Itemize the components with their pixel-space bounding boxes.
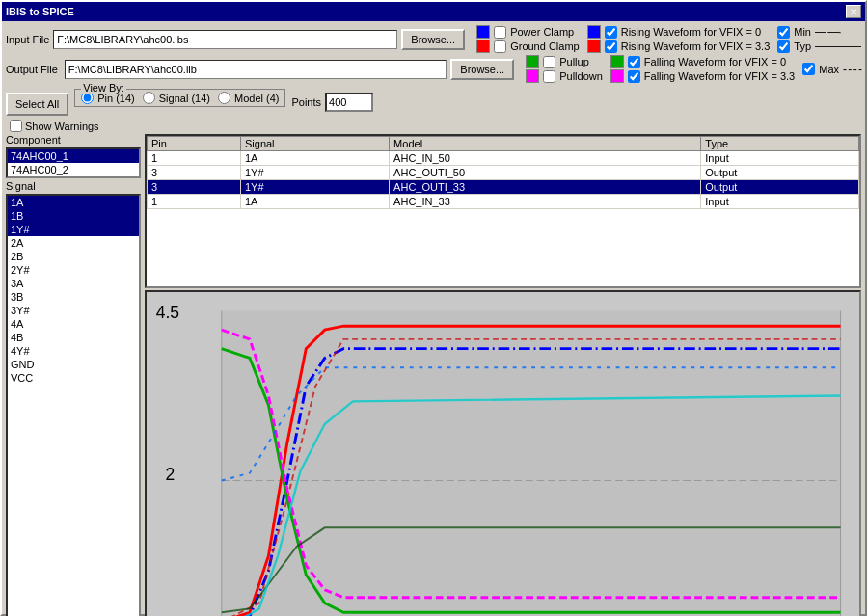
- show-warnings-checkbox[interactable]: [10, 120, 22, 132]
- legend-col1-top: Power Clamp Ground Clamp: [476, 25, 580, 53]
- signal-item-4[interactable]: 2B: [8, 250, 139, 263]
- falling-0-color: [610, 55, 624, 68]
- cell-pin-3: 1: [148, 195, 241, 209]
- rising-33-color: [587, 40, 601, 53]
- output-file-field[interactable]: [65, 60, 447, 79]
- model-radio-group[interactable]: Model (4): [218, 92, 279, 104]
- legend-power-clamp: Power Clamp: [476, 25, 580, 39]
- legend-rising-0: Rising Waveform for VFIX = 0: [587, 25, 771, 39]
- cell-pin-1: 3: [148, 166, 241, 180]
- typ-checkbox[interactable]: [777, 40, 790, 53]
- cell-type-0: Input: [701, 151, 859, 166]
- table-row[interactable]: 3 1Y# AHC_OUTI_33 Output: [148, 180, 859, 195]
- input-file-field[interactable]: [53, 30, 397, 49]
- chart-area: 4.5 2 -500m 0 5n 10n: [145, 290, 861, 616]
- table-row[interactable]: 1 1A AHC_IN_50 Input: [148, 151, 859, 166]
- pulldown-color: [526, 69, 539, 83]
- component-item-0[interactable]: 74AHC00_1: [8, 149, 139, 163]
- signal-item-3[interactable]: 2A: [8, 236, 139, 250]
- col-signal: Signal: [240, 137, 389, 151]
- pulldown-label: Pulldown: [559, 70, 603, 82]
- table-container[interactable]: Pin Signal Model Type 1 1A AHC_IN_50: [145, 134, 861, 288]
- signal-radio-group[interactable]: Signal (14): [143, 92, 210, 104]
- falling-33-label: Falling Waveform for VFIX = 3.3: [644, 70, 795, 82]
- content-area: Input File Browse... Power Clamp Ground …: [2, 21, 865, 616]
- controls-row: Select All View By: Pin (14) Signal (14)…: [6, 85, 861, 116]
- signal-item-13[interactable]: VCC: [8, 371, 139, 385]
- min-line: — —·: [815, 25, 841, 39]
- rising-0-checkbox[interactable]: [605, 26, 617, 39]
- legend-col2-top: Rising Waveform for VFIX = 0 Rising Wave…: [587, 25, 771, 53]
- output-browse-button[interactable]: Browse...: [450, 59, 514, 80]
- typ-row: Typ ————: [777, 40, 861, 53]
- cell-signal-2: 1Y#: [240, 180, 389, 195]
- close-icon[interactable]: ✕: [846, 5, 861, 18]
- max-checkbox[interactable]: [802, 63, 815, 75]
- legend-rising-33: Rising Waveform for VFIX = 3.3: [587, 40, 771, 53]
- cell-signal-0: 1A: [240, 151, 389, 166]
- component-list[interactable]: 74AHC00_1 74AHC00_2: [6, 147, 141, 178]
- middle-section: Component 74AHC00_1 74AHC00_2 Signal 1A …: [6, 134, 861, 616]
- signal-item-1[interactable]: 1B: [8, 209, 139, 223]
- pullup-checkbox[interactable]: [543, 56, 555, 68]
- view-by-group: View By: Pin (14) Signal (14) Model (4): [74, 89, 285, 107]
- input-file-row: Input File Browse... Power Clamp Ground …: [6, 25, 861, 53]
- max-line: - - - -: [843, 63, 861, 76]
- signal-item-8[interactable]: 3Y#: [8, 304, 139, 317]
- title-bar: IBIS to SPICE ✕: [2, 2, 865, 21]
- signal-item-5[interactable]: 2Y#: [8, 263, 139, 277]
- signal-list[interactable]: 1A 1B 1Y# 2A 2B 2Y# 3A 3B 3Y# 4A 4B 4Y# …: [6, 194, 141, 616]
- table-row[interactable]: 1 1A AHC_IN_33 Input: [148, 195, 859, 209]
- signal-item-12[interactable]: GND: [8, 358, 139, 371]
- col-model: Model: [390, 137, 701, 151]
- signal-item-11[interactable]: 4Y#: [8, 344, 139, 358]
- typ-line: ————: [815, 40, 861, 53]
- pulldown-checkbox[interactable]: [543, 70, 555, 83]
- legend-falling-33: Falling Waveform for VFIX = 3.3: [610, 69, 795, 83]
- signal-item-9[interactable]: 4A: [8, 317, 139, 331]
- model-radio[interactable]: [218, 92, 230, 104]
- legend-col2-bottom: Falling Waveform for VFIX = 0 Falling Wa…: [610, 55, 795, 83]
- center-panel: Pin Signal Model Type 1 1A AHC_IN_50: [145, 134, 861, 616]
- max-label: Max: [819, 64, 839, 75]
- main-window: IBIS to SPICE ✕ Input File Browse... Pow…: [0, 0, 867, 616]
- signal-radio[interactable]: [143, 92, 155, 104]
- typ-label: Typ: [794, 40, 811, 52]
- legend-pulldown: Pulldown: [526, 69, 603, 83]
- rising-33-checkbox[interactable]: [605, 40, 617, 53]
- power-clamp-color: [476, 25, 490, 39]
- select-all-button[interactable]: Select All: [6, 93, 68, 116]
- legend-pullup: Pullup: [526, 55, 603, 68]
- cell-type-2: Output: [701, 180, 859, 195]
- cell-model-1: AHC_OUTI_50: [390, 166, 701, 180]
- falling-33-checkbox[interactable]: [628, 70, 640, 83]
- min-checkbox[interactable]: [777, 26, 790, 39]
- signal-item-2[interactable]: 1Y#: [8, 223, 139, 236]
- output-file-label: Output File: [6, 64, 58, 75]
- falling-0-label: Falling Waveform for VFIX = 0: [644, 56, 786, 67]
- signal-item-6[interactable]: 3A: [8, 277, 139, 290]
- rising-0-color: [587, 25, 601, 39]
- svg-rect-1: [222, 311, 841, 616]
- cell-signal-1: 1Y#: [240, 166, 389, 180]
- table-row[interactable]: 3 1Y# AHC_OUTI_50 Output: [148, 166, 859, 180]
- ground-clamp-checkbox[interactable]: [494, 40, 506, 53]
- cell-model-3: AHC_IN_33: [390, 195, 701, 209]
- col-pin: Pin: [148, 137, 241, 151]
- ground-clamp-color: [476, 40, 490, 53]
- points-input[interactable]: [325, 93, 373, 112]
- points-row: Points: [291, 93, 373, 112]
- show-warnings-label: Show Warnings: [25, 121, 99, 132]
- legend-col1-bottom: Pullup Pulldown: [526, 55, 603, 83]
- power-clamp-checkbox[interactable]: [494, 26, 506, 39]
- min-row: Min — —·: [777, 25, 861, 39]
- signal-item-10[interactable]: 4B: [8, 331, 139, 344]
- signal-item-7[interactable]: 3B: [8, 290, 139, 304]
- col-type: Type: [701, 137, 859, 151]
- points-label: Points: [291, 96, 321, 108]
- falling-0-checkbox[interactable]: [628, 56, 640, 68]
- signal-item-0[interactable]: 1A: [8, 196, 139, 209]
- input-browse-button[interactable]: Browse...: [401, 29, 465, 50]
- component-item-1[interactable]: 74AHC00_2: [8, 163, 139, 176]
- cell-type-1: Output: [701, 166, 859, 180]
